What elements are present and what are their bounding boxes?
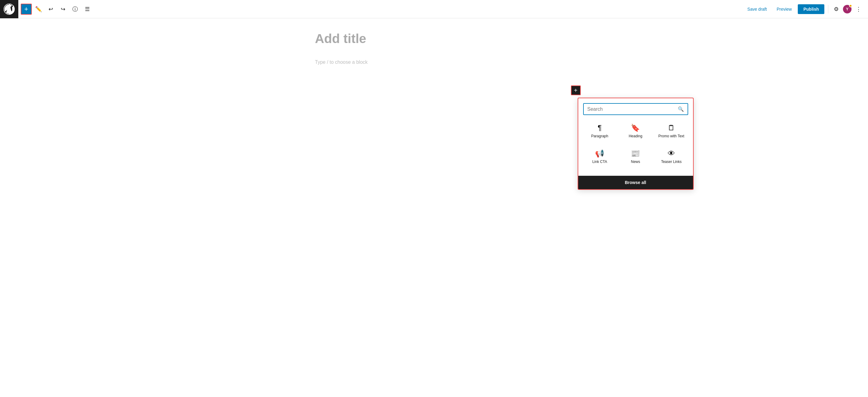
add-icon: + [24, 5, 28, 13]
post-title-input[interactable]: Add title [315, 31, 553, 47]
wordpress-logo-icon [4, 4, 14, 14]
info-button[interactable]: ⓘ [70, 4, 81, 14]
preview-button[interactable]: Preview [773, 5, 796, 13]
redo-button[interactable]: ↪ [57, 4, 68, 14]
block-item-teaser[interactable]: 👁 Teaser Links [655, 145, 688, 169]
linkcta-icon: 📢 [595, 150, 604, 157]
block-placeholder-text[interactable]: Type / to choose a block [315, 60, 553, 65]
news-icon: 📰 [631, 150, 640, 157]
block-item-heading[interactable]: 🔖 Heading [619, 120, 652, 143]
undo-button[interactable]: ↩ [45, 4, 56, 14]
more-options-button[interactable]: ⋮ [854, 4, 863, 14]
inline-add-block-button[interactable]: + [571, 86, 581, 95]
paragraph-icon: ¶ [598, 124, 602, 132]
publish-button[interactable]: Publish [798, 4, 824, 14]
search-icon: 🔍 [678, 106, 684, 112]
heading-label: Heading [629, 134, 642, 139]
block-grid: ¶ Paragraph 🔖 Heading 🗒 Promo with Text … [583, 120, 688, 168]
block-search-input[interactable] [587, 106, 678, 112]
promo-label: Promo with Text [658, 134, 684, 139]
block-picker-inner: 🔍 ¶ Paragraph 🔖 Heading 🗒 Promo with Tex… [578, 98, 693, 176]
toolbar-divider [828, 5, 828, 13]
add-block-button-toolbar[interactable]: + [21, 4, 32, 14]
list-view-icon: ☰ [85, 6, 90, 12]
teaser-label: Teaser Links [661, 160, 681, 164]
yoast-status-dot [849, 4, 852, 7]
linkcta-label: Link CTA [592, 160, 607, 164]
info-icon: ⓘ [72, 5, 78, 13]
heading-icon: 🔖 [631, 124, 640, 132]
promo-icon: 🗒 [668, 124, 675, 132]
block-search-box: 🔍 [583, 103, 688, 115]
pencil-icon: ✏️ [35, 6, 42, 12]
block-item-paragraph[interactable]: ¶ Paragraph [583, 120, 616, 143]
news-label: News [631, 160, 640, 164]
teaser-icon: 👁 [668, 150, 675, 157]
toolbar-right-section: Save draft Preview Publish ⚙ Y ⋮ [744, 4, 868, 14]
editor-area: Add title Type / to choose a block + 🔍 ¶… [297, 18, 571, 77]
edit-mode-button[interactable]: ✏️ [33, 4, 44, 14]
block-picker-popup: 🔍 ¶ Paragraph 🔖 Heading 🗒 Promo with Tex… [578, 98, 694, 190]
wp-logo-area [0, 0, 18, 18]
block-item-promo[interactable]: 🗒 Promo with Text [655, 120, 688, 143]
list-view-button[interactable]: ☰ [82, 4, 93, 14]
paragraph-label: Paragraph [591, 134, 608, 139]
block-item-linkcta[interactable]: 📢 Link CTA [583, 145, 616, 169]
more-options-icon: ⋮ [856, 6, 861, 12]
top-toolbar: + ✏️ ↩ ↪ ⓘ ☰ Save draft Preview Publish … [0, 0, 868, 18]
undo-icon: ↩ [49, 6, 53, 12]
yoast-wrapper: Y [843, 5, 851, 13]
settings-icon[interactable]: ⚙ [832, 4, 840, 14]
redo-icon: ↪ [61, 6, 65, 12]
save-draft-button[interactable]: Save draft [744, 5, 771, 13]
block-item-news[interactable]: 📰 News [619, 145, 652, 169]
browse-all-button[interactable]: Browse all [578, 176, 693, 189]
inline-add-area: + [571, 86, 581, 95]
